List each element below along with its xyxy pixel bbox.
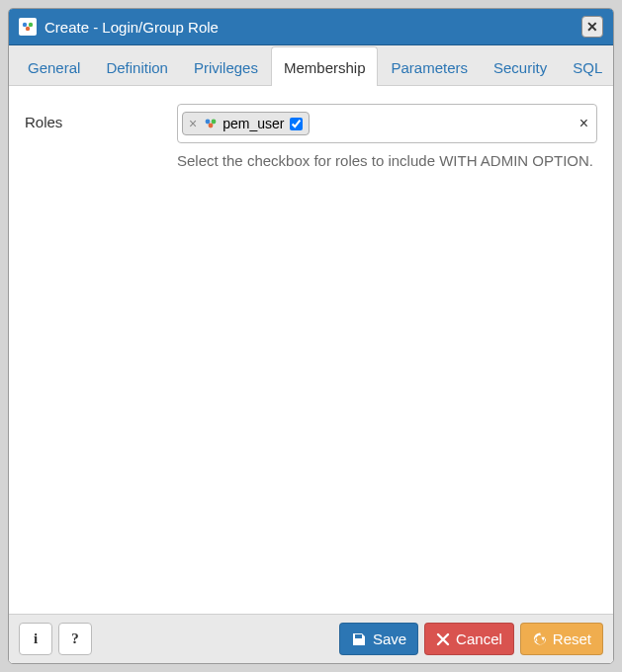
- help-button[interactable]: ?: [58, 623, 92, 655]
- role-icon: [19, 18, 37, 36]
- reset-label: Reset: [553, 630, 591, 647]
- svg-point-1: [29, 23, 33, 27]
- dialog-header: Create - Login/Group Role ✕: [9, 9, 613, 45]
- save-icon: [351, 631, 367, 647]
- svg-point-0: [23, 23, 27, 27]
- save-label: Save: [373, 630, 406, 647]
- svg-point-2: [26, 27, 30, 31]
- tab-privileges[interactable]: Privileges: [181, 46, 271, 86]
- close-button[interactable]: ✕: [581, 16, 603, 38]
- roles-clear-button[interactable]: ×: [579, 115, 588, 132]
- dialog-body: Roles × pem_user: [9, 86, 613, 614]
- cancel-icon: [436, 632, 450, 646]
- tab-parameters[interactable]: Parameters: [378, 46, 481, 86]
- tab-membership[interactable]: Membership: [271, 46, 379, 86]
- svg-point-3: [206, 120, 211, 125]
- dialog-title: Create - Login/Group Role: [44, 19, 574, 36]
- create-login-group-role-dialog: Create - Login/Group Role ✕ General Defi…: [8, 8, 614, 664]
- reset-icon: [532, 631, 547, 646]
- save-button[interactable]: Save: [339, 623, 418, 655]
- cancel-label: Cancel: [456, 630, 502, 647]
- tab-definition[interactable]: Definition: [93, 46, 181, 86]
- tabbar: General Definition Privileges Membership…: [9, 45, 613, 86]
- info-button[interactable]: i: [19, 623, 52, 655]
- roles-help-text: Select the checkbox for roles to include…: [177, 151, 597, 171]
- svg-point-5: [209, 124, 214, 128]
- tab-sql[interactable]: SQL: [560, 46, 614, 86]
- tab-security[interactable]: Security: [481, 46, 560, 86]
- roles-select[interactable]: × pem_user ×: [177, 104, 597, 143]
- reset-button[interactable]: Reset: [520, 623, 603, 655]
- chip-admin-option-checkbox[interactable]: [290, 118, 303, 130]
- roles-column: × pem_user × Select the checkb: [177, 104, 597, 171]
- roles-row: Roles × pem_user: [25, 104, 597, 171]
- role-chip-pem-user: × pem_user: [182, 112, 310, 135]
- group-role-icon: [203, 117, 219, 130]
- tab-general[interactable]: General: [15, 46, 93, 86]
- cancel-button[interactable]: Cancel: [424, 623, 514, 655]
- close-icon: ✕: [586, 19, 598, 35]
- chip-remove-icon[interactable]: ×: [187, 116, 199, 131]
- svg-point-4: [212, 120, 217, 125]
- chip-label: pem_user: [222, 116, 284, 131]
- dialog-footer: i ? Save Cancel Res: [9, 614, 613, 663]
- roles-label: Roles: [25, 104, 163, 130]
